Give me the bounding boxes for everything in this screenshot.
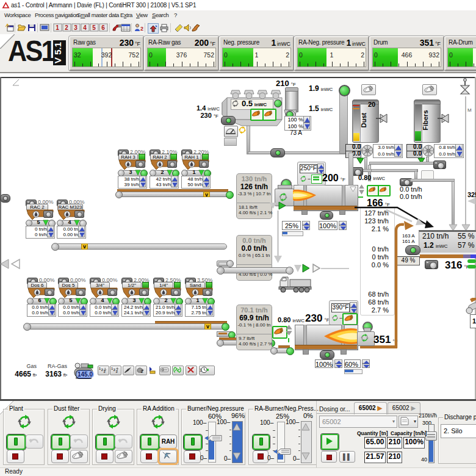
svg-text:1: 1 [56,24,59,31]
svg-text:5: 5 [92,24,96,31]
svg-text:6: 6 [101,24,105,31]
svg-text:2: 2 [114,368,115,372]
svg-text:1: 1 [99,367,101,370]
svg-text:2: 2 [140,26,143,32]
svg-text:1: 1 [111,367,113,370]
svg-text:2: 2 [141,369,143,373]
svg-text:3: 3 [74,24,78,31]
svg-text:4: 4 [83,24,87,31]
svg-text:2: 2 [101,368,103,372]
svg-text:2: 2 [65,24,68,31]
